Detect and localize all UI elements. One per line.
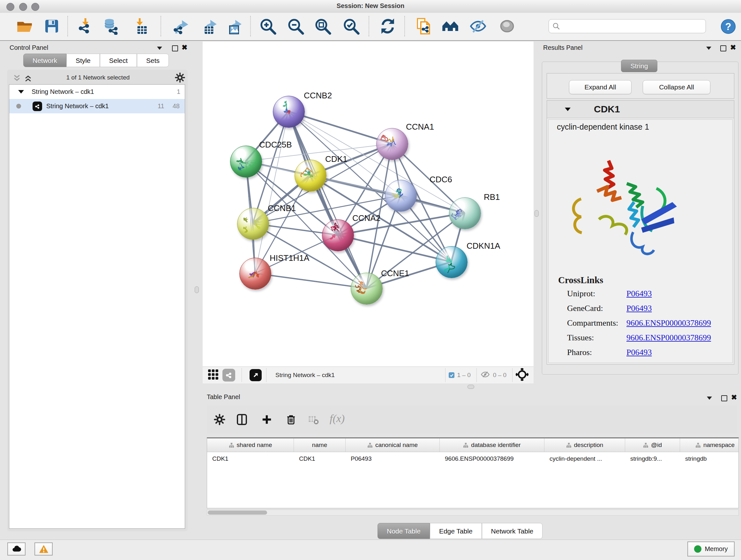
tab-node-table[interactable]: Node Table	[378, 523, 430, 539]
selected-nodes-checkbox[interactable]	[449, 372, 455, 378]
show-panels-button[interactable]	[498, 17, 516, 36]
network-node-RB1[interactable]	[449, 197, 481, 229]
protein-thumbnail-icon	[351, 273, 382, 304]
zoom-fit-button[interactable]	[313, 17, 332, 36]
crosslink-link[interactable]: 9606.ENSP00000378699	[626, 333, 711, 343]
tab-select[interactable]: Select	[100, 54, 137, 67]
zoom-selected-button[interactable]	[342, 17, 360, 36]
network-node-CCNB1[interactable]	[237, 208, 269, 240]
results-panel: Results Panel ✖ String Expand All Collap…	[539, 42, 741, 384]
crosslink-link[interactable]: P06493	[626, 304, 652, 313]
function-builder-icon[interactable]: f(x)	[330, 413, 345, 425]
column-header-namespace[interactable]: namespace	[680, 438, 739, 452]
panel-close-icon[interactable]: ✖	[182, 45, 187, 51]
network-node-CCNA1[interactable]	[376, 128, 408, 160]
network-node-CDC25B[interactable]	[230, 145, 262, 178]
network-node-CDKN1A[interactable]	[435, 246, 468, 278]
right-splitter-handle[interactable]	[535, 210, 539, 217]
import-network-from-database-button[interactable]	[102, 17, 121, 36]
save-session-button[interactable]	[43, 17, 61, 36]
tab-network[interactable]: Network	[23, 54, 66, 67]
network-node-CDK1[interactable]	[294, 160, 327, 192]
memory-button[interactable]: Memory	[687, 542, 735, 557]
crosslink-link[interactable]: P06493	[626, 289, 652, 299]
column-header-canonical-name[interactable]: canonical name	[346, 438, 440, 452]
expand-all-icon[interactable]	[23, 74, 32, 84]
table-options-gear-icon[interactable]	[211, 411, 228, 428]
network-edge-CCNB2-HIST1H1A[interactable]	[255, 111, 288, 273]
network-node-CCNB2[interactable]	[273, 96, 305, 128]
network-node-CDC6[interactable]	[385, 180, 417, 212]
crosslink-link[interactable]: 9606.ENSP00000378699	[626, 318, 711, 328]
search-field[interactable]	[549, 19, 706, 33]
column-header-shared-name[interactable]: shared name	[207, 438, 294, 452]
panel-float-icon[interactable]	[720, 45, 726, 51]
panel-float-icon[interactable]	[172, 45, 178, 51]
crosslink-link[interactable]: P06493	[626, 348, 652, 357]
crosslink-label: Uniprot:	[567, 289, 595, 298]
left-splitter-handle[interactable]	[195, 287, 199, 293]
panel-float-icon[interactable]	[721, 395, 727, 401]
import-network-button[interactable]	[76, 17, 94, 36]
delete-table-icon[interactable]	[305, 411, 322, 428]
export-table-button[interactable]	[200, 17, 219, 36]
zoom-in-button[interactable]	[259, 17, 277, 36]
create-column-icon[interactable]	[259, 411, 275, 428]
column-header-label: shared name	[237, 442, 272, 449]
network-view-share-icon[interactable]	[222, 369, 235, 381]
panel-menu-icon[interactable]	[707, 396, 712, 400]
crosslinks-title: CrossLinks	[558, 275, 603, 286]
panel-close-icon[interactable]: ✖	[731, 395, 737, 400]
network-edge-CCNE1-HIST1H1A[interactable]	[255, 273, 366, 288]
tab-string[interactable]: String	[621, 60, 657, 72]
grid-view-icon[interactable]	[208, 369, 219, 381]
panel-menu-icon[interactable]	[706, 47, 711, 50]
birdseye-view-icon[interactable]	[516, 368, 529, 382]
panel-close-icon[interactable]: ✖	[730, 45, 736, 51]
open-in-new-window-icon[interactable]	[250, 369, 262, 381]
network-options-gear-icon[interactable]	[175, 72, 185, 84]
network-collection-row[interactable]: String Network – cdk1 1	[9, 84, 185, 99]
tab-network-table[interactable]: Network Table	[482, 523, 543, 539]
network-node-CCNA2[interactable]	[322, 219, 354, 251]
collapse-all-button[interactable]: Collapse All	[643, 80, 711, 94]
help-button[interactable]: ?	[720, 18, 736, 36]
crosslink-row: GeneCard:P06493	[567, 304, 727, 313]
bottom-splitter-handle[interactable]	[468, 385, 474, 389]
tab-sets[interactable]: Sets	[137, 54, 169, 67]
column-header-name[interactable]: name	[294, 438, 346, 452]
cloud-button[interactable]	[7, 543, 25, 556]
network-canvas[interactable]: CCNB2CCNA1CDC25BCDK1CDC6RB1CCNB1CCNA2CDK…	[203, 42, 534, 367]
collapse-all-icon[interactable]	[12, 74, 21, 84]
network-node-CCNE1[interactable]	[351, 273, 383, 305]
table-horizontal-scrollbar[interactable]	[207, 509, 739, 516]
panel-menu-icon[interactable]	[157, 47, 162, 50]
expand-all-button[interactable]: Expand All	[569, 80, 631, 94]
network-from-selection-button[interactable]	[414, 17, 433, 36]
network-node-HIST1H1A[interactable]	[239, 258, 271, 290]
hidden-elements-icon[interactable]	[480, 370, 490, 381]
export-network-button[interactable]	[172, 17, 190, 36]
tab-edge-table[interactable]: Edge Table	[430, 523, 482, 539]
home-button[interactable]	[441, 17, 460, 36]
warnings-button[interactable]	[35, 543, 53, 556]
column-header-description[interactable]: description	[544, 438, 625, 452]
refresh-button[interactable]	[379, 17, 397, 36]
tab-style[interactable]: Style	[66, 54, 100, 67]
zoom-out-button[interactable]	[286, 17, 305, 36]
show-columns-icon[interactable]	[233, 411, 250, 428]
open-session-button[interactable]	[15, 17, 34, 36]
table-row[interactable]: CDK1CDK1P064939606.ENSP00000378699cyclin…	[207, 452, 738, 465]
column-header-@id[interactable]: @id	[625, 438, 680, 452]
import-table-button[interactable]	[131, 17, 149, 36]
network-row-selected[interactable]: String Network – cdk1 11 48	[9, 99, 185, 113]
section-collapse-icon[interactable]	[565, 108, 570, 111]
column-header-database-identifier[interactable]: database identifier	[440, 438, 544, 452]
export-image-button[interactable]	[225, 17, 244, 36]
delete-column-icon[interactable]	[283, 411, 299, 428]
search-input[interactable]	[560, 20, 705, 33]
scrollbar-thumb[interactable]	[208, 510, 267, 515]
cdk1-section-header[interactable]: CDK1	[547, 101, 734, 118]
collection-expand-icon[interactable]	[18, 90, 24, 94]
hide-panels-button[interactable]	[469, 17, 487, 36]
